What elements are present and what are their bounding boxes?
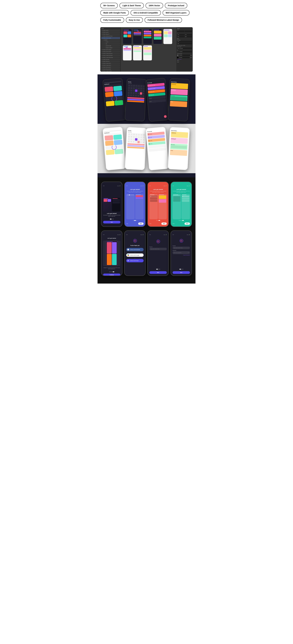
- pagination-dots: [173, 269, 190, 270]
- layer-item: — title: [101, 43, 120, 45]
- pagination-dots: [173, 220, 190, 221]
- email-input[interactable]: Type your email or here...: [149, 248, 167, 250]
- skip-text[interactable]: Skip: [173, 223, 175, 224]
- layer-item: ▾ Calendar: [101, 39, 120, 41]
- status-bar: 9:41 ●●● ▲ 🔋: [173, 186, 190, 186]
- onboard-preview-mockup: 9:41 ●●● ▲ 🔋 Let's get started: [101, 230, 122, 276]
- prop-label: Frame Layout: [177, 46, 192, 47]
- badge-theme: Light & Dark Theme: [119, 3, 144, 8]
- phone-notes-dark: Quick Notes Shopping list Eggs, milk, br…: [169, 78, 189, 121]
- phone-mockup-notes-light: Quick Notes Shopping list Eggs, milk, br…: [168, 127, 190, 170]
- phone-notes-light: Quick Notes Shopping list Eggs, milk, br…: [169, 127, 189, 170]
- social-login-phone: 9:41 ●●● ▲ 🔋 To Do Task List f: [124, 230, 146, 276]
- prop-label: Mixed: [177, 38, 192, 39]
- badge-fonts: Made with Google Fonts: [100, 10, 129, 16]
- status-bar: 9:41 ●●● ▲ 🔋: [103, 186, 120, 186]
- figma-preview: Layers ▾ 01.Dark_Login-1 ▾ 02.Dark_Login…: [100, 27, 193, 72]
- btn-row: Skip Next: [126, 222, 144, 225]
- pagination-dots: [103, 272, 120, 272]
- figma-screen-thumb: [163, 29, 172, 44]
- prop-label: Fill: [177, 50, 192, 50]
- onboard-subtitle: Volutpat in consequat accumsan lorem ame…: [103, 267, 120, 270]
- onboard-phone-mockup: 9:41 ●●● ▲ 🔋: [101, 182, 122, 227]
- forgot-password-link[interactable]: Forgot Password?: [173, 255, 190, 256]
- app-logo-3: [173, 238, 190, 244]
- status-bar: 9:41 ●●● ▲ 🔋: [103, 234, 120, 235]
- onboard-splash-teal: 9:41 ●●● ▲ 🔋 Let's get started Commodo b…: [171, 182, 192, 227]
- onboarding-row-1: 9:41 ●●● ▲ 🔋: [100, 182, 193, 227]
- or-divider: or: [126, 252, 144, 253]
- app-logo: [126, 238, 144, 244]
- next-button-password[interactable]: Next: [173, 271, 190, 274]
- facebook-login-button[interactable]: f Continue with facebook: [126, 248, 144, 251]
- layer-item: ▾ 52.Dark_Events-tab-B2: [101, 49, 120, 50]
- email-label: Email Id: [149, 246, 167, 247]
- password-input[interactable]: Enter your password 👁: [173, 251, 190, 254]
- email-input-2[interactable]: Type your email or here...: [173, 247, 190, 249]
- dark-phones-section: dashboard: [97, 74, 196, 178]
- layer-item-selected: ▾ 51.Dark_Events-tab-B1: [101, 37, 120, 39]
- layer-item: ▾ 21.Dark_Notes-tab-B1: [101, 66, 120, 68]
- figma-screen-thumb: [123, 45, 132, 60]
- prop-label: Export: [177, 62, 192, 62]
- phone-mockup-light: Dashboard: [102, 126, 126, 170]
- status-bar: 9:41 ●●● ▲ 🔋: [149, 186, 167, 186]
- status-bar: 9:41 ●●● ▲ 🔋: [126, 234, 144, 235]
- status-bar: 9:41 ●●● ▲ 🔋: [173, 234, 190, 235]
- onboard-preview-phone: 9:41 ●●● ▲ 🔋 Let's get started: [101, 230, 122, 276]
- phone-dashboard-dark: dashboard: [104, 78, 124, 121]
- onboard-splash-dark: 9:41 ●●● ▲ 🔋: [101, 182, 122, 227]
- onboard-subtitle: Adipiscing vitae fermentum, tempor posue…: [149, 191, 167, 193]
- email-login-phone: 9:41 ●●● ▲ 🔋 Email Id Type your email or…: [147, 230, 169, 276]
- badge-screens: 50+ Screens: [100, 3, 118, 8]
- prop-label: Group: [177, 30, 192, 30]
- next-button[interactable]: Next: [161, 222, 167, 225]
- prop-label: Fix position when scrolling: [177, 45, 192, 46]
- svg-point-2: [181, 240, 182, 241]
- pagination-dots: [149, 220, 167, 221]
- layer-item: ▾ 16.Dark_Create Detail page: [101, 57, 120, 58]
- password-login-phone: 9:41 ●●● ▲ 🔋 Email Id Type your email or…: [171, 230, 192, 276]
- layer-item: — selection table: [101, 45, 120, 47]
- phone-events-dark: Events April 2021 MTW TFSS 293031 1234 5…: [126, 78, 146, 121]
- skip-text[interactable]: Skip: [126, 223, 128, 224]
- badge-easy: Easy to Use: [126, 17, 143, 23]
- onboard-title: Let's get started: [149, 189, 167, 190]
- next-button[interactable]: Next: [185, 222, 190, 225]
- prop-label: Effects: [177, 60, 192, 61]
- onboard-splash-blue: 9:41 ●●● ▲ 🔋 Let's get started Du amu a …: [124, 182, 146, 227]
- figma-screen-thumb: [133, 45, 142, 60]
- email-login-mockup: 9:41 ●●● ▲ 🔋 Email Id Type your email or…: [147, 230, 169, 276]
- onboard-phone-mockup-red: 9:41 ●●● ▲ 🔋 Let's get started Adipiscin…: [147, 182, 169, 227]
- skip-text[interactable]: Skip: [149, 223, 151, 224]
- badges-row-3: Fully Customizable Easy to Use Followed …: [100, 17, 193, 23]
- btn-row: Skip Next: [173, 222, 190, 225]
- onboard-title: Let's get started: [126, 189, 144, 190]
- layer-item: ▾ 18.Dark_ToDo-List: [101, 60, 120, 62]
- email-login-button[interactable]: ✉ Continue with Email: [126, 259, 144, 262]
- layer-item: ▾ 15.Dark_Create Events-B2: [101, 55, 120, 56]
- phone-todo-light: To do task Meeting Review Design Lunch: [147, 127, 167, 170]
- phone-mockup-todo: To do task Meeting with client Business …: [145, 78, 169, 122]
- figma-screen-thumb: [133, 29, 142, 44]
- layer-item: ▾ 20.Dark_Create-todo-2: [101, 64, 120, 66]
- layer-item: — events: [101, 41, 120, 43]
- phone-todo-dark: To do task Meeting with client Business …: [147, 78, 167, 121]
- or-divider-2: or: [126, 258, 144, 258]
- next-button-email[interactable]: Next: [149, 271, 167, 274]
- continue-button[interactable]: Continue: [103, 274, 120, 276]
- layer-item: ▾ 23.Dark_Create-note-B1: [101, 70, 120, 72]
- figma-ui-layout: Layers ▾ 01.Dark_Login-1 ▾ 02.Dark_Login…: [100, 27, 193, 72]
- google-login-button[interactable]: Continue with Google: [126, 254, 144, 257]
- next-button[interactable]: Next: [103, 221, 120, 224]
- layer-item: ▾ 01.Dark_Login-1: [101, 30, 120, 31]
- eye-icon: 👁: [188, 252, 189, 253]
- figma-properties-panel: Design Group X 175 214 375 554 Mixed Con…: [176, 27, 193, 72]
- onboard-phone-mockup-teal: 9:41 ●●● ▲ 🔋 Let's get started Commodo b…: [171, 182, 192, 227]
- onboard-subtitle: Consectetur habitasse tortor praesent se…: [103, 215, 120, 217]
- layer-item: ▾ 71.Dark_Dashboard Home: [101, 35, 120, 37]
- phone-mockup-dark: dashboard: [102, 78, 126, 122]
- badge-customizable: Fully Customizable: [100, 17, 124, 23]
- social-login-title: To Do Task List: [126, 245, 144, 246]
- next-button[interactable]: Next: [138, 222, 144, 225]
